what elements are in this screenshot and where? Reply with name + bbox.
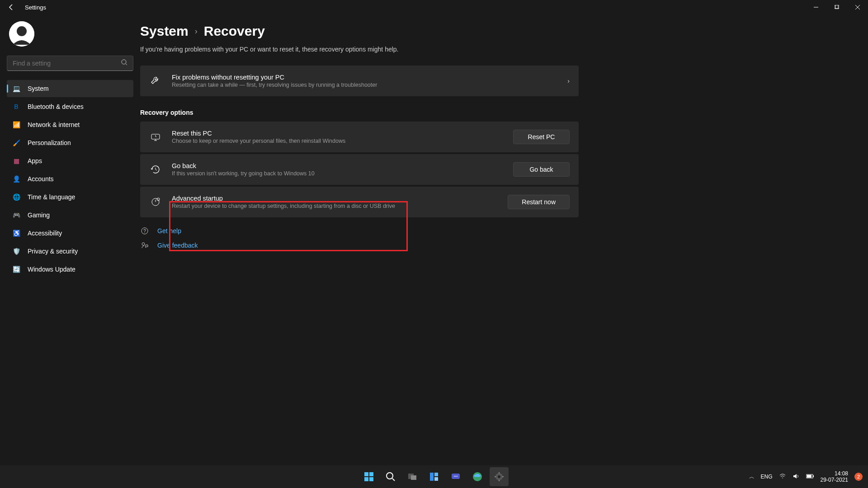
card-title: Advanced startup [172, 195, 508, 202]
svg-rect-23 [430, 473, 434, 481]
minimize-button[interactable] [806, 0, 826, 14]
close-button[interactable] [847, 0, 868, 14]
sidebar-item-windows-update[interactable]: 🔄Windows Update [7, 261, 133, 278]
give-feedback-link[interactable]: Give feedback [140, 241, 579, 250]
wifi-icon[interactable] [779, 473, 786, 481]
nav-label: Time & language [28, 193, 75, 201]
svg-rect-39 [807, 475, 811, 478]
tray-chevron-up-icon[interactable]: ︿ [749, 473, 755, 481]
window-title: Settings [25, 4, 46, 11]
edge-icon [472, 471, 483, 482]
link-label: Get help [157, 227, 181, 235]
sidebar-item-apps[interactable]: ▦Apps [7, 152, 133, 169]
svg-line-8 [126, 64, 127, 65]
user-icon [9, 21, 34, 47]
link-label: Give feedback [157, 242, 198, 249]
svg-rect-2 [835, 5, 839, 9]
sidebar: 💻SystemBBluetooth & devices📶Network & in… [0, 14, 140, 465]
search-input[interactable] [13, 60, 121, 67]
svg-point-19 [387, 473, 393, 479]
sidebar-item-gaming[interactable]: 🎮Gaming [7, 206, 133, 224]
reset-pc-button[interactable]: Reset PC [513, 130, 570, 144]
section-heading: Recovery options [140, 109, 579, 116]
language-indicator[interactable]: ENG [761, 474, 773, 480]
search-box[interactable] [7, 56, 133, 71]
go-back-card: Go back If this version isn't working, t… [140, 154, 579, 185]
sidebar-item-network-internet[interactable]: 📶Network & internet [7, 116, 133, 133]
widgets-icon [429, 472, 439, 482]
svg-point-7 [122, 60, 126, 64]
card-subtitle: Restart your device to change startup se… [172, 203, 508, 209]
svg-point-29 [457, 476, 458, 477]
nav-icon: 🛡️ [12, 247, 20, 255]
task-view-button[interactable] [403, 467, 422, 486]
svg-point-32 [498, 475, 500, 478]
settings-taskbar-button[interactable] [490, 467, 509, 486]
go-back-button[interactable]: Go back [513, 162, 570, 177]
sidebar-item-system[interactable]: 💻System [7, 80, 133, 97]
search-icon [386, 472, 396, 482]
svg-rect-18 [369, 477, 373, 481]
fix-problems-card[interactable]: Fix problems without resetting your PC R… [140, 66, 579, 96]
nav-icon: ▦ [12, 157, 20, 165]
close-icon [855, 5, 860, 9]
start-button[interactable] [359, 467, 378, 486]
sidebar-item-privacy-security[interactable]: 🛡️Privacy & security [7, 243, 133, 260]
nav-label: Apps [28, 157, 42, 164]
nav-label: Accessibility [28, 230, 62, 237]
nav-icon: ♿ [12, 229, 20, 237]
wrench-icon [149, 75, 162, 87]
nav-label: Accounts [28, 175, 54, 183]
chevron-right-icon: › [567, 77, 570, 84]
nav-icon: 🌐 [12, 193, 20, 201]
nav-label: Gaming [28, 211, 50, 219]
nav-icon: B [12, 103, 20, 111]
sidebar-item-time-language[interactable]: 🌐Time & language [7, 188, 133, 206]
notification-badge[interactable]: 2 [854, 473, 863, 481]
clock[interactable]: 14:08 29-07-2021 [821, 470, 848, 483]
svg-rect-1 [835, 5, 838, 9]
gear-icon [494, 472, 504, 482]
nav-icon: 🖌️ [12, 139, 20, 147]
svg-point-14 [142, 243, 145, 245]
battery-icon[interactable] [806, 474, 814, 480]
card-title: Fix problems without resetting your PC [172, 74, 567, 81]
maximize-icon [835, 5, 839, 9]
back-button[interactable] [5, 0, 18, 14]
nav-label: Windows Update [28, 266, 75, 273]
nav-list: 💻SystemBBluetooth & devices📶Network & in… [7, 80, 133, 278]
user-area[interactable] [7, 21, 133, 47]
restart-now-button[interactable]: Restart now [508, 195, 570, 209]
titlebar: Settings [0, 0, 868, 14]
reset-pc-card: Reset this PC Choose to keep or remove y… [140, 122, 579, 152]
maximize-button[interactable] [826, 0, 847, 14]
nav-icon: 💻 [12, 84, 20, 93]
arrow-left-icon [8, 4, 15, 11]
svg-text:?: ? [143, 229, 146, 234]
taskbar: ︿ ENG 14:08 29-07-2021 2 [0, 465, 868, 488]
sidebar-item-accounts[interactable]: 👤Accounts [7, 170, 133, 188]
sidebar-item-bluetooth-devices[interactable]: BBluetooth & devices [7, 98, 133, 115]
chat-button[interactable] [446, 467, 465, 486]
get-help-link[interactable]: ? Get help [140, 226, 579, 235]
volume-icon[interactable] [793, 473, 800, 481]
sidebar-item-accessibility[interactable]: ♿Accessibility [7, 225, 133, 242]
widgets-button[interactable] [425, 467, 443, 486]
sidebar-item-personalization[interactable]: 🖌️Personalization [7, 134, 133, 151]
svg-rect-38 [813, 475, 814, 477]
svg-rect-15 [364, 472, 368, 476]
svg-point-28 [455, 476, 456, 477]
svg-rect-16 [369, 472, 373, 476]
edge-button[interactable] [468, 467, 487, 486]
nav-icon: 🔄 [12, 265, 20, 273]
svg-rect-22 [411, 475, 416, 480]
card-subtitle: If this version isn't working, try going… [172, 170, 513, 177]
search-button[interactable] [381, 467, 400, 486]
breadcrumb-parent[interactable]: System [140, 23, 189, 39]
minimize-icon [814, 5, 818, 9]
taskview-icon [407, 472, 417, 482]
nav-label: Privacy & security [28, 248, 78, 255]
card-title: Reset this PC [172, 130, 513, 137]
advanced-startup-card: Advanced startup Restart your device to … [140, 187, 579, 217]
window-controls [806, 0, 868, 14]
